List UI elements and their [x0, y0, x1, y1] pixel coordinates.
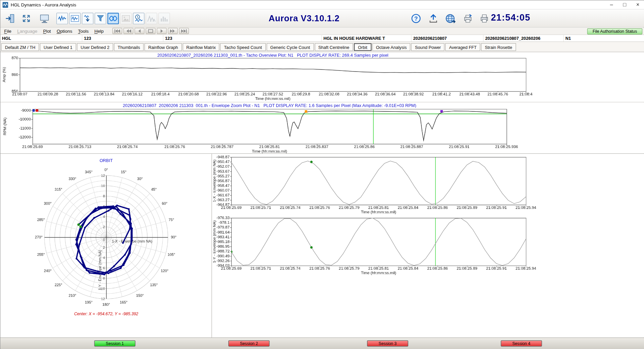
go-first-button[interactable]: [112, 28, 122, 34]
step-back-button[interactable]: [135, 28, 144, 34]
export-upload-button[interactable]: [427, 12, 440, 25]
menu-file[interactable]: File: [1, 28, 15, 34]
tab-generic-cycle-count[interactable]: Generic Cycle Count: [267, 43, 314, 51]
session-2-button[interactable]: Session 2: [228, 340, 270, 346]
envelope-zoom-plot[interactable]: [0, 102, 644, 154]
tab-averaged-fft[interactable]: Averaged FFT: [445, 43, 480, 51]
tacho-overview-panel: 20260206210807_20260206 211303_001.th - …: [0, 52, 644, 103]
info-cell-6: N1: [564, 35, 644, 42]
fast-forward-button[interactable]: [168, 28, 178, 34]
info-cell-4: 20260206210807: [412, 35, 483, 42]
filtered-plot-button[interactable]: [95, 13, 106, 24]
session-4-button[interactable]: Session 4: [501, 340, 542, 346]
envelope-plots-pane: [213, 154, 644, 337]
tab-bar: Default ZM / THUser Defined 1User Define…: [0, 42, 644, 52]
menu-plot[interactable]: Plot: [40, 28, 54, 34]
orbit-center-readout: Center: X = -954.672, Y = -985.392: [0, 312, 212, 316]
tacho-overview-plot[interactable]: [0, 52, 644, 103]
info-bar: HGL123123HGL IN HOUSE HARDWARE T20260206…: [0, 35, 644, 42]
tab-octave-analysis[interactable]: Octave Analysis: [372, 43, 410, 51]
titlebar: HGL Dynamics - Aurora Analysis – □ ×: [0, 0, 644, 9]
tab-tacho-speed-count[interactable]: Tacho Speed Count: [220, 43, 265, 51]
info-cell-2: 123: [163, 35, 322, 42]
session-3-button[interactable]: Session 3: [367, 340, 408, 346]
print-preview-button[interactable]: [462, 12, 474, 25]
menu-tools[interactable]: Tools: [75, 28, 91, 34]
info-cell-0: HGL: [0, 35, 82, 42]
exit-application-button[interactable]: [4, 12, 16, 25]
app-icon: [2, 2, 8, 7]
envelope-zoom-panel: 20260206210807_20260206 211303_001.th - …: [0, 102, 644, 154]
minimize-button[interactable]: –: [605, 0, 618, 9]
signal-trace-plot-button[interactable]: [56, 13, 68, 24]
close-button[interactable]: ×: [631, 0, 644, 9]
menu-language: Language: [14, 28, 40, 34]
window-controls: – □ ×: [605, 0, 644, 9]
window-title: HGL Dynamics - Aurora Analysis: [11, 2, 76, 7]
fast-rewind-button[interactable]: [123, 28, 133, 34]
application-window: HGL Dynamics - Aurora Analysis – □ × Aur…: [0, 0, 644, 349]
envelope-plot-title: 20260206210807_20260206 211303_001.th - …: [32, 103, 506, 108]
tab-shaft-centreline[interactable]: Shaft Centreline: [315, 43, 353, 51]
web-update-button[interactable]: [444, 12, 457, 25]
tab-rainflow-graph[interactable]: Rainflow Graph: [144, 43, 181, 51]
step-forward-button[interactable]: [157, 28, 167, 34]
session-1-button[interactable]: Session 1: [94, 340, 135, 346]
screen-layout-button[interactable]: [20, 12, 33, 25]
tab-thumbnails[interactable]: Thumbnails: [114, 43, 144, 51]
plot-export-button[interactable]: [82, 13, 93, 24]
network-monitor-button[interactable]: [38, 12, 51, 25]
info-cell-3: HGL IN HOUSE HARDWARE T: [322, 35, 412, 42]
tab-strain-rosette[interactable]: Strain Rosette: [481, 43, 516, 51]
time-history-plot-button[interactable]: [133, 13, 144, 24]
app-version-title: Aurora V3.10.1.2: [222, 14, 386, 23]
go-last-button[interactable]: [179, 28, 189, 34]
svg-text:?: ?: [414, 16, 418, 22]
xy-envelope-plots[interactable]: [213, 154, 644, 337]
envelope-plot-button[interactable]: [107, 13, 119, 24]
maximize-button[interactable]: □: [618, 0, 631, 9]
orbit-pane: ORBIT Center: X = -954.672, Y = -985.392: [0, 154, 212, 337]
tab-default-zm-th[interactable]: Default ZM / TH: [1, 43, 39, 51]
transport-controls: [112, 28, 189, 34]
zoom-window-plot-button[interactable]: [69, 13, 81, 24]
fft-plot-button: [146, 13, 157, 24]
image-view-button: [120, 13, 132, 24]
orbit-plot-title: ORBIT: [0, 158, 212, 163]
spectrum-plot-button: [159, 13, 170, 24]
tab-user-defined-1[interactable]: User Defined 1: [40, 43, 76, 51]
tacho-plot-title: 20260206210807_20260206 211303_001.th - …: [20, 53, 526, 58]
info-cell-1: 123: [82, 35, 163, 42]
range-select-button[interactable]: [146, 28, 156, 34]
aurora-analysis-window: HGL Dynamics - Aurora Analysis – □ × Aur…: [0, 0, 644, 349]
tab-user-defined-2[interactable]: User Defined 2: [77, 43, 113, 51]
tab-sound-power[interactable]: Sound Power: [411, 43, 445, 51]
tab-orbit[interactable]: Orbit: [354, 43, 371, 51]
tab-rainflow-matrix[interactable]: Rainflow Matrix: [183, 43, 220, 51]
file-authorisation-status-button[interactable]: File Authorisation Status: [587, 28, 642, 34]
toolbar: Aurora V3.10.1.2 ? 21:54:05: [0, 9, 644, 28]
info-cell-5: 20260206210807_20260206: [483, 35, 564, 42]
orbit-polar-plot[interactable]: [0, 154, 212, 337]
print-button[interactable]: [478, 12, 491, 25]
menubar: FileLanguagePlotOptionsToolsHelp File Au…: [0, 28, 644, 35]
help-button[interactable]: ?: [410, 12, 422, 25]
clock: 21:54:05: [491, 12, 530, 23]
menu-items: FileLanguagePlotOptionsToolsHelp: [1, 28, 107, 34]
session-bar: Session 1Session 2Session 3Session 4: [0, 338, 644, 349]
menu-help[interactable]: Help: [91, 28, 107, 34]
menu-options[interactable]: Options: [54, 28, 75, 34]
